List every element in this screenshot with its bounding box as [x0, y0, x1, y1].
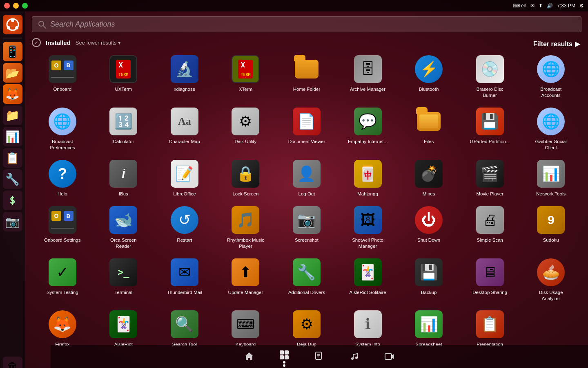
app-additional-drivers[interactable]: 🔧 Additional Drivers	[276, 254, 337, 305]
sidebar-icon-files[interactable]: 📂	[3, 63, 22, 83]
app-home-folder-label: Home Folder	[293, 86, 320, 92]
app-help[interactable]: ? Help	[32, 156, 93, 200]
svg-rect-16	[385, 354, 392, 359]
app-xdiagnose-label: xdiagnose	[174, 86, 195, 92]
bottom-apps-btn[interactable]	[279, 350, 290, 364]
sidebar-icon-trash[interactable]: 🗑	[3, 357, 22, 368]
app-screenshot[interactable]: 📷 Screenshot	[276, 202, 337, 253]
maximize-btn[interactable]	[22, 3, 28, 9]
app-mahjongg[interactable]: 🀄 Mahjongg	[337, 156, 399, 200]
app-rhythmbox[interactable]: 🎵 Rhythmbox Music Player	[215, 202, 276, 253]
app-broadcast-prefs[interactable]: 🌐 Broadcast Preferences	[32, 103, 93, 154]
app-backup-label: Backup	[421, 289, 437, 296]
app-disk-usage[interactable]: 🥧 Disk Usage Analyzer	[520, 254, 581, 305]
app-empathy[interactable]: 💬 Empathy Internet...	[337, 103, 399, 154]
app-thunderbird[interactable]: ✉ Thunderbird Mail	[154, 254, 215, 305]
mail-icon[interactable]: ✉	[530, 3, 535, 9]
app-cards[interactable]: 🃏 AisleRiot	[93, 306, 154, 351]
app-lock-screen[interactable]: 🔒 Lock Screen	[215, 156, 276, 200]
sidebar-icon-spreadsheet[interactable]: 📊	[3, 127, 22, 146]
app-system-testing[interactable]: ✓ System Testing	[32, 254, 93, 305]
sidebar-icon-firefox[interactable]: 🦊	[3, 84, 22, 104]
sidebar-icon-settings[interactable]: 🔧	[3, 169, 22, 189]
app-shotwell[interactable]: 🖼 Shotwell Photo Manager	[337, 202, 399, 253]
bottom-music-btn[interactable]	[349, 351, 360, 362]
app-restart[interactable]: ↺ Restart	[154, 202, 215, 253]
app-orca[interactable]: 🐋 Orca Screen Reader	[93, 202, 154, 253]
app-brasero[interactable]: 💿 Brasero Disc Burner	[459, 51, 521, 102]
clock: 7:33 PM	[557, 3, 575, 9]
app-presentation[interactable]: 📋 Presentation	[459, 306, 521, 351]
app-firefox-row6[interactable]: 🦊 Firefox	[32, 306, 93, 351]
app-character-map[interactable]: Aa Character Map	[154, 103, 215, 154]
close-btn[interactable]	[4, 3, 10, 9]
app-files[interactable]: Files	[398, 103, 459, 154]
sidebar-ubuntu-icon[interactable]	[3, 15, 22, 34]
app-update-manager[interactable]: ⬆ Update Manager	[215, 254, 276, 305]
app-xterm[interactable]: XTERM XTerm	[215, 51, 276, 102]
app-uxterm[interactable]: XTERM UXTerm	[93, 51, 154, 102]
app-calc-sheet[interactable]: 📊 Spreadsheet	[398, 306, 459, 351]
sidebar-icon-terminal[interactable]: $	[3, 191, 22, 210]
app-xdiagnose[interactable]: 🔬 xdiagnose	[154, 51, 215, 102]
bottom-docs-btn[interactable]	[314, 351, 325, 362]
app-disk-utility[interactable]: ⚙ Disk Utility	[215, 103, 276, 154]
app-movie-player[interactable]: 🎬 Movie Player	[459, 156, 521, 200]
network-icon[interactable]: ⬆	[539, 3, 543, 9]
app-simple-scan[interactable]: 🖨 Simple Scan	[459, 202, 521, 253]
bottom-video-btn[interactable]	[384, 351, 395, 362]
sidebar: 📱 📂 🦊 📁 📊 📋 🔧 $ 📷 🗑	[0, 11, 25, 368]
volume-icon[interactable]: 🔊	[547, 3, 553, 9]
app-calculator-label: Calculator	[113, 139, 134, 145]
svg-rect-9	[285, 355, 289, 359]
app-movie-player-label: Movie Player	[476, 191, 503, 197]
app-thunderbird-label: Thunderbird Mail	[167, 289, 202, 296]
app-log-out[interactable]: 👤 Log Out	[276, 156, 337, 200]
app-bluetooth[interactable]: ⚡ Bluetooth	[398, 51, 459, 102]
app-onboard[interactable]: O B Onboard	[32, 51, 93, 102]
app-mines[interactable]: 💣 Mines	[398, 156, 459, 200]
app-help-label: Help	[58, 191, 67, 197]
app-screenshot-label: Screenshot	[295, 237, 318, 243]
app-gwibber-label: Gwibber Social Client	[530, 139, 571, 151]
filter-results[interactable]: Filter results ▶	[533, 40, 580, 48]
app-desktop-sharing[interactable]: 🖥 Desktop Sharing	[459, 254, 521, 305]
minimize-btn[interactable]	[13, 3, 19, 9]
app-calculator[interactable]: 🔢 Calculator	[93, 103, 154, 154]
app-shut-down[interactable]: ⏻ Shut Down	[398, 202, 459, 253]
settings-icon[interactable]: ⚙	[579, 3, 584, 9]
app-archive-manager[interactable]: 🗄 Archive Manager	[337, 51, 399, 102]
sidebar-icon-app1[interactable]: 📱	[3, 42, 22, 61]
app-backup[interactable]: 💾 Backup	[398, 254, 459, 305]
sidebar-icon-impress[interactable]: 📋	[3, 148, 22, 168]
sidebar-icon-files2[interactable]: 📁	[3, 105, 22, 125]
app-broadcast-accounts-label: Broadcast Accounts	[530, 86, 571, 99]
app-libreoffice-label: LibreOffice	[173, 191, 196, 197]
search-input[interactable]	[50, 20, 575, 29]
search-bar[interactable]	[32, 16, 581, 32]
app-search-tool[interactable]: 🔍 Search Tool	[154, 306, 215, 351]
app-document-viewer[interactable]: 📄 Document Viewer	[276, 103, 337, 154]
app-gparted[interactable]: 💾 GParted Partition...	[459, 103, 521, 154]
app-onboard-settings[interactable]: O B Onboard Settings	[32, 202, 93, 253]
app-broadcast-accounts[interactable]: 🌐 Broadcast Accounts	[520, 51, 581, 102]
see-fewer-btn[interactable]: See fewer results ▾	[76, 40, 121, 46]
app-network-tools[interactable]: 📊 Network Tools	[520, 156, 581, 200]
app-terminal[interactable]: >_ Terminal	[93, 254, 154, 305]
app-about[interactable]: ℹ System Info	[337, 306, 399, 351]
app-deja-dup[interactable]: ⚙ Deja Dup	[276, 306, 337, 351]
app-keyboard-layout[interactable]: ⌨ Keyboard	[215, 306, 276, 351]
sidebar-icon-screenshot[interactable]: 📷	[3, 212, 22, 231]
app-sudoku[interactable]: 9 Sudoku	[520, 202, 581, 253]
app-ibus-label: IBus	[119, 191, 128, 197]
app-aisleriot[interactable]: 🃏 AisleRiot Solitaire	[337, 254, 399, 305]
keyboard-indicator[interactable]: ⌨ en	[513, 3, 527, 9]
app-gwibber[interactable]: 🌐 Gwibber Social Client	[520, 103, 581, 154]
svg-point-2	[7, 26, 10, 29]
app-home-folder[interactable]: Home Folder	[276, 51, 337, 102]
app-simple-scan-label: Simple Scan	[477, 237, 503, 243]
app-libreoffice[interactable]: 📝 LibreOffice	[154, 156, 215, 200]
dropdown-arrow: ▾	[118, 40, 121, 46]
bottom-home-btn[interactable]	[244, 351, 254, 362]
app-ibus[interactable]: i IBus	[93, 156, 154, 200]
